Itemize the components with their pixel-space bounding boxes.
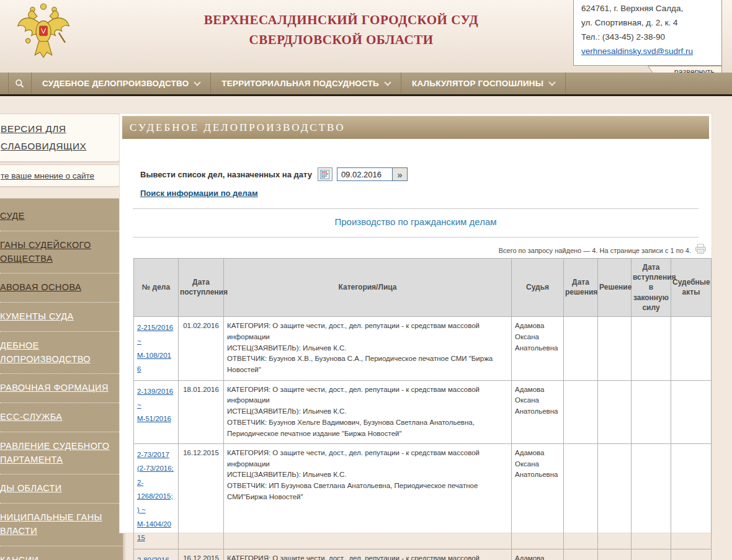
table-row: 2-139/2016 ~ М-51/2016 18.01.2016 КАТЕГО… <box>134 380 712 443</box>
sidebar-item-spravochnaya-informatsiya[interactable]: РАВОЧНАЯ ФОРМАЦИЯ <box>0 374 123 403</box>
contact-box: 624761, г. Верхняя Салда, ул. Спортивная… <box>573 0 722 66</box>
contact-phone: Тел.: (343-45) 2-38-90 <box>581 30 714 45</box>
legal-force-date-cell <box>632 380 671 443</box>
main-nav: СУДЕБНОЕ ДЕЛОПРОИЗВОДСТВО ТЕРРИТОРИАЛЬНА… <box>0 73 732 96</box>
case-link[interactable]: 2-73/2017 (2-73/2016; 2-1268/2015;) ~ М-… <box>137 451 174 542</box>
sidebar-item-dokumenty-suda[interactable]: КУМЕНТЫ СУДА <box>0 303 123 332</box>
category-cell: КАТЕГОРИЯ: О защите чести, дост., дел. р… <box>224 380 512 443</box>
legal-force-date-cell <box>632 316 671 380</box>
judicial-acts-cell <box>671 380 712 443</box>
nav-search-button[interactable] <box>9 73 32 94</box>
category-cell: КАТЕГОРИЯ: О защите чести, дост., дел. р… <box>224 549 512 560</box>
coat-of-arms-icon <box>15 2 72 66</box>
category-line: КАТЕГОРИЯ: О защите чести, дост., дел. р… <box>227 384 508 407</box>
contact-block: 624761, г. Верхняя Салда, ул. Спортивная… <box>573 0 722 80</box>
nav-item-label: СУДЕБНОЕ ДЕЛОПРОИЗВОДСТВО <box>42 79 189 88</box>
date-received-cell: 16.12.2015 <box>179 443 224 549</box>
cases-table: № дела Дата поступления Категория/Лица С… <box>133 258 712 560</box>
sidebar-item-pravovaya-osnova[interactable]: АВОВАЯ ОСНОВА <box>0 273 123 303</box>
case-link[interactable]: 2-80/2016 (2-1268/2015;) ~ М-1404/2015 <box>137 556 173 560</box>
date-input-group: » <box>337 167 408 181</box>
sidebar-item-sudy-oblasti[interactable]: ДЫ ОБЛАСТИ <box>0 474 123 504</box>
decision-date-cell <box>564 443 598 549</box>
page: ВЕРХНЕСАЛДИНСКИЙ ГОРОДСКОЙ СУД СВЕРДЛОВС… <box>0 0 732 560</box>
category-cell: КАТЕГОРИЯ: О защите чести, дост., дел. р… <box>224 316 512 380</box>
table-row: 2-80/2016 (2-1268/2015;) ~ М-1404/2015 1… <box>134 549 712 560</box>
contact-email-link[interactable]: verhnesaldinsky.svd@sudrf.ru <box>581 47 693 56</box>
date-received-cell: 16.12.2015 <box>179 549 224 560</box>
nav-item-kalkulyator-gosposhliny[interactable]: КАЛЬКУЛЯТОР ГОСПОШЛИНЫ <box>401 73 566 94</box>
nav-item-sudebnoe-deloproizvodstvo[interactable]: СУДЕБНОЕ ДЕЛОПРОИЗВОДСТВО <box>32 73 211 94</box>
col-header-legal-force-date: Дата вступления в законную силу <box>632 259 671 317</box>
results-info: Всего по запросу найдено — 4. На страниц… <box>499 247 691 254</box>
divider <box>133 237 699 238</box>
date-received-cell: 01.02.2016 <box>179 316 224 380</box>
chevron-down-icon <box>194 79 201 86</box>
sidebar-item-upravlenie-sudebnogo-departamenta[interactable]: РАВЛЕНИЕ СУДЕБНОГО ПАРТАМЕНТА <box>0 432 123 475</box>
judicial-acts-cell <box>671 549 712 560</box>
table-title: Производство по гражданским делам <box>120 216 712 227</box>
site-feedback-link[interactable]: те ваше мнение о сайте <box>1 171 94 180</box>
accessibility-box: ВЕРСИЯ ДЛЯ СЛАБОВИДЯЩИХ <box>0 113 122 162</box>
date-filter-row: Вывести список дел, назначенных на дату <box>140 167 712 181</box>
results-info-row: Всего по запросу найдено — 4. На страниц… <box>120 244 707 254</box>
court-title-line2: СВЕРДЛОВСКОЙ ОБЛАСТИ <box>118 30 565 50</box>
print-icon[interactable] <box>695 244 707 254</box>
nav-item-label: КАЛЬКУЛЯТОР ГОСПОШЛИНЫ <box>412 79 543 88</box>
case-link[interactable]: 2-215/2016 ~ М-108/2016 <box>137 324 173 373</box>
decision-cell <box>598 380 632 443</box>
sidebar-item-organy-sudeyskogo-soobschestva[interactable]: ГАНЫ СУДЕЙСКОГО ОБЩЕСТВА <box>0 231 123 274</box>
sidebar-item-sudebnoe-deloproizvodstvo[interactable]: ДЕБНОЕ ЛОПРОИЗВОДСТВО <box>0 332 123 375</box>
plaintiff-line: ИСТЕЦ(ЗАЯВИТЕЛЬ): Ильичев К.С. <box>227 343 508 354</box>
col-header-decision-date: Дата решения <box>564 259 598 317</box>
calendar-icon <box>320 170 329 179</box>
nav-item-territorialnaya-podsudnost[interactable]: ТЕРРИТОРИАЛЬНАЯ ПОДСУДНОСТЬ <box>211 73 401 94</box>
col-header-judge: Судья <box>512 259 564 317</box>
table-row: 2-215/2016 ~ М-108/2016 01.02.2016 КАТЕГ… <box>134 316 712 380</box>
date-received-cell: 18.01.2016 <box>179 380 224 443</box>
decision-date-cell <box>564 316 598 380</box>
site-header: ВЕРХНЕСАЛДИНСКИЙ ГОРОДСКОЙ СУД СВЕРДЛОВС… <box>0 0 732 73</box>
case-search-link[interactable]: Поиск информации по делам <box>140 189 258 198</box>
court-title-line1: ВЕРХНЕСАЛДИНСКИЙ ГОРОДСКОЙ СУД <box>118 11 565 30</box>
category-line: КАТЕГОРИЯ: О защите чести, дост., дел. р… <box>227 553 508 560</box>
legal-force-date-cell <box>632 443 671 549</box>
calendar-button[interactable] <box>318 167 333 181</box>
show-cases-button[interactable]: » <box>392 168 407 180</box>
table-header-row: № дела Дата поступления Категория/Лица С… <box>134 259 712 317</box>
double-arrow-icon: » <box>397 169 402 180</box>
case-link[interactable]: 2-139/2016 ~ М-51/2016 <box>137 388 173 423</box>
chevron-down-icon <box>549 79 556 86</box>
judicial-acts-cell <box>671 316 712 380</box>
plaintiff-line: ИСТЕЦ(ЗАЯВИТЕЛЬ): Ильичев К.С. <box>227 406 508 417</box>
category-cell: КАТЕГОРИЯ: О защите чести, дост., дел. р… <box>224 443 512 549</box>
content-panel: СУДЕБНОЕ ДЕЛОПРОИЗВОДСТВО Вывести список… <box>119 113 712 533</box>
sidebar-item-press-sluzhba[interactable]: ЕСС-СЛУЖБА <box>0 403 123 432</box>
divider <box>133 208 699 209</box>
section-title: СУДЕБНОЕ ДЕЛОПРОИЗВОДСТВО <box>130 122 346 134</box>
accessibility-version-link[interactable]: ВЕРСИЯ ДЛЯ СЛАБОВИДЯЩИХ <box>1 123 86 151</box>
nav-item-label: ТЕРРИТОРИАЛЬНАЯ ПОДСУДНОСТЬ <box>221 79 379 88</box>
judge-cell: Адамова Оксана Анатольевна <box>512 380 564 443</box>
category-line: КАТЕГОРИЯ: О защите чести, дост., дел. р… <box>227 321 508 343</box>
defendant-line: ОТВЕТЧИК: Бузунов Хельге Вадимович, Бузу… <box>227 417 508 440</box>
plaintiff-line: ИСТЕЦ(ЗАЯВИТЕЛЬ): Ильичев К.С. <box>227 469 508 481</box>
decision-cell <box>598 316 632 380</box>
legal-force-date-cell <box>632 549 671 560</box>
contact-address-line1: 624761, г. Верхняя Салда, <box>581 2 714 16</box>
date-input[interactable] <box>337 168 392 180</box>
chevron-down-icon <box>384 79 391 86</box>
judge-cell: Адамова Оксана Анатольевна <box>512 443 564 549</box>
col-header-decision: Решение <box>598 259 632 317</box>
col-header-judicial-acts: Судебные акты <box>671 259 712 317</box>
defendant-line: ОТВЕТЧИК: Бузунов Х.В., Бузунова С.А., П… <box>227 353 508 376</box>
sidebar-item-munitsipalnye-organy-vlasti[interactable]: НИЦИПАЛЬНЫЕ ГАНЫ ВЛАСТИ <box>0 504 123 546</box>
sidebar-item-o-sude[interactable]: СУДЕ <box>0 202 123 231</box>
decision-cell <box>598 549 632 560</box>
judicial-acts-cell <box>671 443 712 549</box>
defendant-line: ОТВЕТЧИК: ИП Бузунова Светлана Анатольев… <box>227 481 508 503</box>
sidebar-item-vakansii[interactable]: КАНСИИ <box>0 546 123 560</box>
date-filter-label: Вывести список дел, назначенных на дату <box>140 170 312 179</box>
category-line: КАТЕГОРИЯ: О защите чести, дост., дел. р… <box>227 448 508 470</box>
contact-address-line2: ул. Спортивная, д. 2, к. 4 <box>581 16 714 30</box>
